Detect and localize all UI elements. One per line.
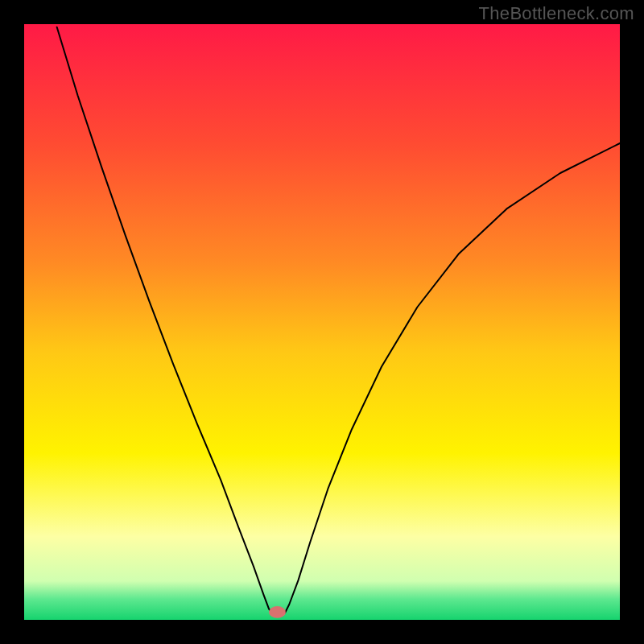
watermark-text: TheBottleneck.com — [479, 3, 634, 24]
plot-background — [24, 24, 620, 620]
minimum-marker — [269, 606, 286, 618]
bottleneck-chart — [0, 0, 644, 644]
chart-container: TheBottleneck.com — [0, 0, 644, 644]
